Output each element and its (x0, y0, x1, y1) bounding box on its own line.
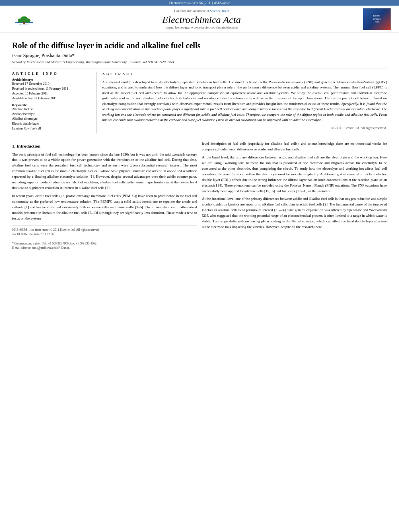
journal-volume-info: Electrochimica Acta 56 (2011) 4518–4525 (169, 1, 230, 5)
svg-point-3 (25, 18, 31, 23)
abstract-text-main: A numerical model is developed to study … (102, 80, 387, 123)
sciencedirect-link[interactable]: ScienceDirect (210, 9, 229, 13)
article-authors: Isaac Sprague, Prashanta Dutta* (12, 53, 387, 59)
keyword-1: Alkaline fuel cell (12, 107, 92, 112)
elsevier-logo: ELSEVIER (8, 9, 40, 29)
main-col-left: 1. Introduction The basic principle of f… (12, 141, 197, 250)
journal-title-center: Contents lists available at ScienceDirec… (40, 9, 363, 29)
footnote-doi-line: 0013-4686/$ – see front matter © 2011 El… (12, 228, 197, 232)
page-container: Electrochimica Acta 56 (2011) 4518–4525 … (0, 0, 399, 254)
footnote-email: E-mail address: dutta@mail.wsu.edu (P. D… (12, 246, 197, 250)
article-info-abstract-section: A R T I C L E I N F O Article history: R… (12, 68, 387, 137)
journal-top-bar: Electrochimica Acta 56 (2011) 4518–4525 (0, 0, 399, 6)
elsevier-tree-icon: ELSEVIER (12, 12, 36, 26)
article-title: Role of the diffuse layer in acidic and … (12, 41, 387, 50)
keyword-2: Acidic electrolyte (12, 112, 92, 117)
journal-homepage: journal homepage: www.elsevier.com/locat… (40, 25, 363, 29)
footnote-corresponding: * Corresponding author. Tel.: +1 509 335… (12, 241, 197, 246)
intro-para-2: In recent years, acidic fuel cells (i.e.… (12, 193, 197, 222)
keywords-label: Keywords: (12, 103, 92, 107)
journal-header: ELSEVIER Contents lists available at Sci… (0, 6, 399, 33)
history-label: Article history: (12, 78, 92, 82)
available-date: Available online 23 February 2011 (12, 96, 92, 101)
article-body: Role of the diffuse layer in acidic and … (0, 33, 399, 254)
main-content-two-col: 1. Introduction The basic principle of f… (12, 141, 387, 250)
keyword-3: Alkaline electrolyte (12, 117, 92, 121)
keywords-section: Keywords: Alkaline fuel cell Acidic elec… (12, 103, 92, 131)
copyright-line: © 2011 Elsevier Ltd. All rights reserved… (102, 125, 387, 131)
abstract-column: A B S T R A C T A numerical model is dev… (102, 72, 387, 134)
introduction-heading: 1. Introduction (12, 143, 197, 150)
received-date: Received 17 December 2010 (12, 82, 92, 86)
right-para-2: At the basal level, the primary differen… (202, 155, 387, 194)
footnote-section: 0013-4686/$ – see front matter © 2011 El… (12, 226, 197, 250)
sciencedirect-line: Contents lists available at ScienceDirec… (40, 9, 363, 13)
revised-date: Received in revised form 13 February 201… (12, 86, 92, 91)
article-affiliation: School of Mechanical and Materials Engin… (12, 60, 387, 64)
keyword-5: Laminar flow fuel cell (12, 126, 92, 131)
keyword-4: Electric double layer (12, 121, 92, 126)
footnote-doi: doi:10.1016/j.electacta.2011.02.060 (12, 232, 197, 236)
svg-text:ELSEVIER: ELSEVIER (19, 23, 29, 26)
main-col-right: level description of fuel cells (especia… (202, 141, 387, 250)
right-para-3: At the functional level one of the prima… (202, 196, 387, 230)
accepted-date: Accepted 15 February 2011 (12, 91, 92, 96)
journal-name: Electrochimica Acta (40, 14, 363, 25)
svg-point-2 (18, 18, 23, 23)
journal-cover-image: Electro-chimicaActa (363, 8, 391, 30)
article-info-column: A R T I C L E I N F O Article history: R… (12, 72, 97, 134)
abstract-label: A B S T R A C T (102, 72, 387, 77)
right-para-1: level description of fuel cells (especia… (202, 141, 387, 152)
intro-para-1: The basic principle of fuel cell technol… (12, 152, 197, 191)
article-history: Article history: Received 17 December 20… (12, 78, 92, 101)
article-info-label: A R T I C L E I N F O (12, 72, 92, 76)
